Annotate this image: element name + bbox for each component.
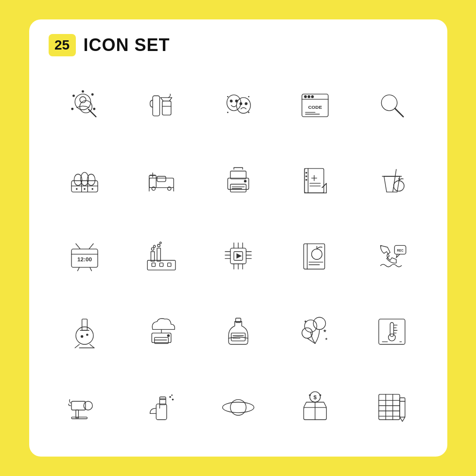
svg-point-138 xyxy=(388,334,395,341)
svg-rect-11 xyxy=(162,101,171,115)
drinks-icon xyxy=(125,70,197,140)
svg-point-152 xyxy=(169,396,171,398)
svg-rect-145 xyxy=(71,402,86,410)
svg-line-33 xyxy=(395,108,403,117)
svg-point-84 xyxy=(157,244,159,247)
svg-rect-10 xyxy=(153,96,159,116)
printer-icon xyxy=(202,145,274,216)
svg-rect-148 xyxy=(71,417,87,419)
svg-point-68 xyxy=(305,179,307,181)
svg-point-50 xyxy=(167,187,171,190)
svg-marker-103 xyxy=(236,254,242,259)
svg-text:REC: REC xyxy=(397,249,404,252)
header: 25 ICON SET xyxy=(49,34,428,56)
person-search-icon xyxy=(49,70,121,140)
svg-rect-87 xyxy=(159,263,163,266)
svg-line-117 xyxy=(75,344,79,348)
voicemail-rec-icon: REC xyxy=(356,221,428,291)
svg-text:★: ★ xyxy=(323,328,327,333)
svg-line-75 xyxy=(76,244,80,249)
cpu-chip-icon xyxy=(202,221,274,291)
svg-text:★: ★ xyxy=(303,319,306,323)
icon-grid: CODE xyxy=(49,70,428,442)
svg-line-8 xyxy=(88,109,96,117)
svg-point-28 xyxy=(311,95,314,98)
svg-point-115 xyxy=(80,335,83,338)
svg-point-7 xyxy=(82,90,84,92)
svg-point-41 xyxy=(76,188,78,190)
svg-rect-34 xyxy=(71,181,98,192)
svg-point-4 xyxy=(91,93,93,95)
svg-text:★: ★ xyxy=(324,337,327,341)
cloud-print-icon xyxy=(125,296,197,367)
svg-point-20 xyxy=(227,96,229,97)
thermometer-doc-icon xyxy=(356,296,428,367)
svg-point-66 xyxy=(305,172,307,174)
eggs-icon xyxy=(49,145,121,216)
svg-rect-81 xyxy=(157,248,160,261)
svg-point-17 xyxy=(236,97,250,113)
svg-point-26 xyxy=(304,95,306,98)
notebook-pencil-icon xyxy=(356,372,428,442)
svg-point-22 xyxy=(227,112,229,113)
svg-point-131 xyxy=(313,317,325,329)
svg-point-112 xyxy=(76,327,93,344)
svg-rect-53 xyxy=(228,178,248,189)
spray-bottle-icon xyxy=(125,372,197,442)
liquid-bottle-icon xyxy=(202,296,274,367)
svg-line-74 xyxy=(89,267,91,271)
svg-point-5 xyxy=(71,108,73,110)
svg-rect-171 xyxy=(400,398,405,417)
recipe-book-icon xyxy=(279,221,351,291)
svg-point-18 xyxy=(240,102,242,105)
svg-text:12:00: 12:00 xyxy=(77,256,92,262)
svg-point-23 xyxy=(248,112,249,113)
page-title: ICON SET xyxy=(84,35,170,55)
svg-point-14 xyxy=(227,95,241,110)
svg-line-118 xyxy=(89,344,94,348)
svg-point-21 xyxy=(248,96,249,97)
svg-rect-155 xyxy=(159,397,166,400)
hospital-bed-icon xyxy=(125,145,197,216)
svg-line-76 xyxy=(89,244,93,249)
theatre-masks-icon xyxy=(202,70,274,140)
svg-point-162 xyxy=(309,394,311,396)
svg-point-43 xyxy=(91,188,93,190)
svg-rect-80 xyxy=(151,252,154,261)
svg-point-116 xyxy=(86,334,88,336)
clock-tv-icon: 12:00 xyxy=(49,221,121,291)
planet-icon xyxy=(202,372,274,442)
svg-point-42 xyxy=(84,188,86,190)
code-window-icon: CODE xyxy=(279,70,351,140)
balloons-icon: ★ ★ ★ xyxy=(279,296,351,367)
svg-point-163 xyxy=(319,394,321,396)
medical-book-icon xyxy=(279,145,351,216)
food-drink-icon xyxy=(356,145,428,216)
chemistry-icon xyxy=(49,296,121,367)
svg-point-83 xyxy=(153,245,156,248)
svg-point-49 xyxy=(152,187,155,190)
svg-rect-54 xyxy=(230,184,246,192)
svg-point-123 xyxy=(167,334,169,337)
svg-point-106 xyxy=(311,249,322,260)
svg-rect-88 xyxy=(167,263,171,266)
factory-icon xyxy=(125,221,197,291)
svg-point-27 xyxy=(308,95,310,98)
svg-point-67 xyxy=(305,175,307,177)
svg-point-58 xyxy=(244,180,246,182)
search-icon xyxy=(356,70,428,140)
security-camera-icon xyxy=(49,372,121,442)
svg-text:$: $ xyxy=(313,394,317,400)
svg-rect-86 xyxy=(152,263,155,266)
svg-line-73 xyxy=(77,267,79,271)
svg-point-153 xyxy=(172,399,174,401)
svg-point-15 xyxy=(230,100,232,102)
svg-rect-46 xyxy=(157,176,166,182)
svg-point-146 xyxy=(84,402,92,410)
main-card: 25 ICON SET xyxy=(29,19,447,457)
svg-point-3 xyxy=(72,95,74,97)
svg-point-157 xyxy=(222,402,254,413)
svg-rect-149 xyxy=(156,404,167,420)
svg-rect-44 xyxy=(149,178,173,187)
svg-point-1 xyxy=(80,97,86,103)
